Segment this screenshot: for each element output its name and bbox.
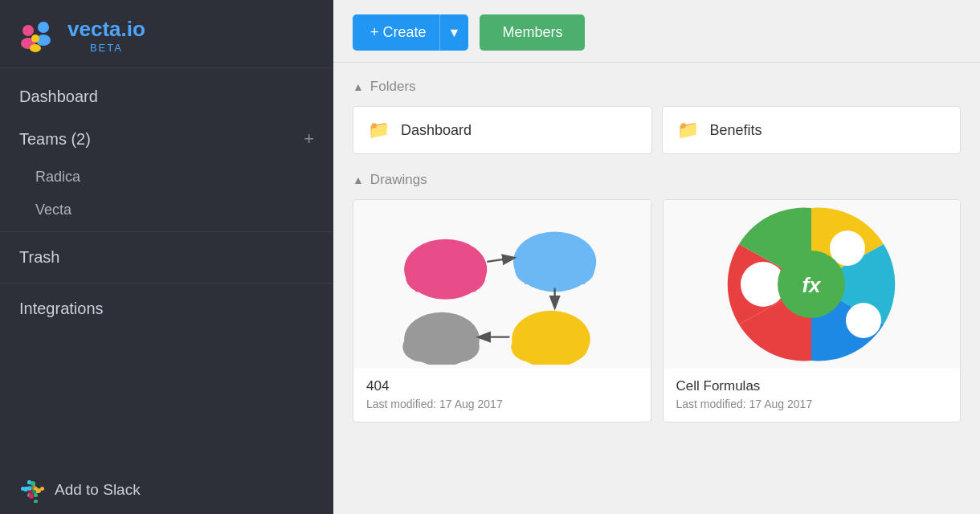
logo-icon — [18, 14, 59, 56]
folder-benefits-label: Benefits — [710, 122, 762, 139]
svg-rect-18 — [28, 490, 32, 494]
folder-icon-2: 📁 — [677, 120, 699, 141]
svg-rect-23 — [415, 273, 476, 292]
nav-divider-1 — [0, 231, 333, 232]
folders-grid: 📁 Dashboard 📁 Benefits — [353, 106, 961, 154]
sidebar-item-trash[interactable]: Trash — [0, 237, 333, 278]
drawing-card-cell-formulas[interactable]: fx Cell Formulas Last modified: 17 Aug 2… — [663, 199, 962, 422]
folders-chevron-icon: ▲ — [353, 80, 364, 93]
svg-rect-27 — [525, 266, 585, 284]
sidebar-item-vecta[interactable]: Vecta — [0, 194, 333, 226]
nav-divider-2 — [0, 283, 333, 284]
drawing-date-404: Last modified: 17 Aug 2017 — [366, 398, 638, 410]
sidebar-item-radica[interactable]: Radica — [0, 161, 333, 194]
logo-name: vecta.io — [67, 17, 145, 42]
create-label: + Create — [370, 24, 427, 41]
create-dropdown-button[interactable]: ▼ — [439, 14, 469, 51]
svg-rect-19 — [32, 490, 36, 494]
svg-rect-37 — [411, 344, 467, 359]
folder-benefits[interactable]: 📁 Benefits — [662, 106, 962, 154]
create-btn-group: + Create ▼ — [353, 14, 468, 51]
sidebar-item-dashboard[interactable]: Dashboard — [0, 76, 333, 117]
svg-point-2 — [38, 22, 49, 33]
drawing-title-cell-formulas: Cell Formulas — [676, 378, 948, 394]
add-slack-button[interactable]: Add to Slack — [0, 466, 333, 514]
folders-section-header: ▲ Folders — [353, 79, 961, 95]
slack-icon — [19, 477, 45, 503]
svg-rect-16 — [28, 486, 32, 490]
sidebar: vecta.io BETA Dashboard Teams (2) + Radi… — [0, 0, 333, 514]
logo-text-area: vecta.io BETA — [67, 17, 145, 54]
svg-point-5 — [30, 44, 41, 52]
drawing-preview-cell-formulas: fx — [664, 200, 961, 369]
drawing-info-cell-formulas: Cell Formulas Last modified: 17 Aug 2017 — [664, 369, 961, 422]
drawing-date-cell-formulas: Last modified: 17 Aug 2017 — [676, 398, 948, 410]
folder-dashboard-label: Dashboard — [401, 122, 472, 139]
add-slack-label: Add to Slack — [55, 481, 141, 499]
drawings-section-header: ▲ Drawings — [353, 172, 961, 188]
drawings-chevron-icon: ▲ — [353, 173, 364, 186]
svg-point-4 — [31, 35, 39, 43]
svg-point-41 — [846, 303, 881, 338]
folder-icon: 📁 — [368, 120, 390, 141]
main-content: + Create ▼ Members ▲ Folders 📁 Dashboard… — [333, 0, 980, 514]
drawing-title-404: 404 — [366, 378, 638, 394]
svg-point-0 — [22, 25, 34, 36]
drawing-info-404: 404 Last modified: 17 Aug 2017 — [353, 369, 651, 422]
drawing-card-404[interactable]: 404 Last modified: 17 Aug 2017 — [353, 199, 651, 422]
drawings-label: Drawings — [370, 172, 427, 188]
svg-text:fx: fx — [802, 273, 823, 297]
logo-beta: BETA — [67, 42, 145, 54]
svg-rect-17 — [32, 486, 36, 490]
folders-label: Folders — [370, 79, 416, 95]
toolbar: + Create ▼ Members — [333, 0, 980, 63]
logo-area: vecta.io BETA — [0, 0, 333, 68]
content-area: ▲ Folders 📁 Dashboard 📁 Benefits ▲ Drawi… — [333, 63, 980, 514]
svg-rect-33 — [520, 344, 577, 359]
folder-dashboard[interactable]: 📁 Dashboard — [353, 106, 652, 154]
teams-plus-icon[interactable]: + — [304, 128, 314, 149]
sidebar-nav: Dashboard Teams (2) + Radica Vecta Trash… — [0, 68, 333, 337]
svg-rect-11 — [34, 500, 38, 503]
drawing-preview-404 — [353, 200, 651, 369]
drawings-grid: 404 Last modified: 17 Aug 2017 — [353, 199, 961, 422]
members-button[interactable]: Members — [480, 14, 585, 51]
sidebar-item-teams[interactable]: Teams (2) + — [0, 117, 333, 161]
svg-line-28 — [487, 258, 513, 262]
create-button[interactable]: + Create — [353, 14, 444, 51]
sidebar-item-integrations[interactable]: Integrations — [0, 288, 333, 329]
